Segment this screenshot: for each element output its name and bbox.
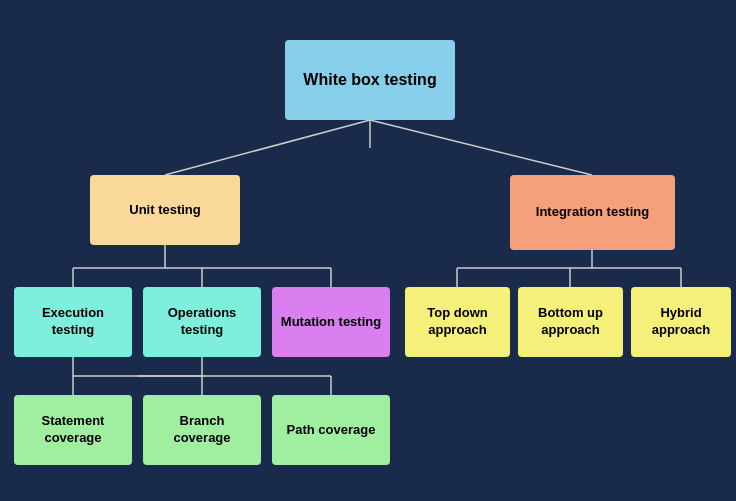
node-topdown: Top down approach	[405, 287, 510, 357]
node-bottomup: Bottom up approach	[518, 287, 623, 357]
node-branch: Branch coverage	[143, 395, 261, 465]
node-unit: Unit testing	[90, 175, 240, 245]
node-mutation: Mutation testing	[272, 287, 390, 357]
node-path: Path coverage	[272, 395, 390, 465]
node-operations: Operations testing	[143, 287, 261, 357]
node-integration: Integration testing	[510, 175, 675, 250]
svg-line-1	[370, 120, 592, 175]
node-statement: Statement coverage	[14, 395, 132, 465]
node-execution: Execution testing	[14, 287, 132, 357]
node-hybrid: Hybrid approach	[631, 287, 731, 357]
node-root: White box testing	[285, 40, 455, 120]
svg-line-0	[165, 120, 370, 175]
diagram: White box testingUnit testingIntegration…	[0, 0, 736, 501]
